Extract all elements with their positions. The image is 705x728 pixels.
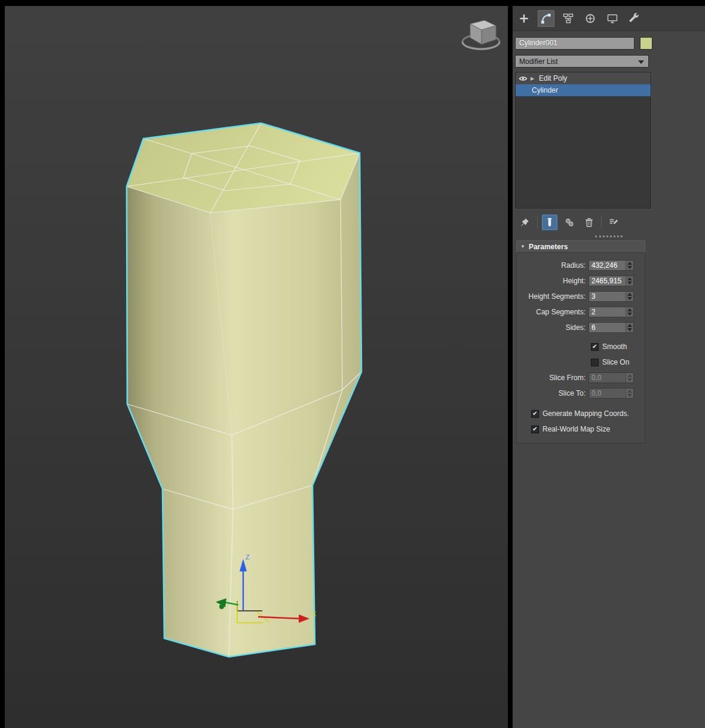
spinner-icon[interactable] [626, 389, 633, 398]
hierarchy-icon [562, 13, 574, 25]
param-label: Slice To: [559, 389, 586, 397]
axis-label-x: X [312, 610, 317, 617]
stack-item-label: Cylinder [532, 86, 558, 94]
param-row-slice-from: Slice From: 0,0 [517, 370, 645, 386]
modifier-stack: ▶ Edit Poly Cylinder [515, 72, 651, 209]
param-row-slice-to: Slice To: 0,0 [517, 386, 645, 401]
slice-on-checkbox[interactable] [591, 359, 599, 366]
field-value: 3 [591, 292, 596, 301]
spinner-icon[interactable] [626, 276, 633, 286]
tab-utilities[interactable] [626, 10, 643, 27]
parameters-rollout-body: Radius: 432,246 Height: 2465,915 Height … [516, 253, 645, 443]
object-name-row: Cylinder001 [515, 37, 703, 50]
field-value: 2 [591, 308, 596, 316]
viewport-canvas[interactable]: Z X [5, 6, 508, 728]
param-label: Height Segments: [529, 292, 586, 301]
param-row-radius: Radius: 432,246 [517, 258, 645, 273]
slice-from-field[interactable]: 0,0 [588, 372, 634, 383]
motion-icon [584, 13, 596, 25]
show-end-result-icon [544, 217, 555, 228]
panel-splitter-handle[interactable] [595, 235, 623, 237]
remove-modifier-button[interactable] [581, 215, 597, 230]
field-value: 432,246 [591, 261, 617, 270]
parameters-rollout-header[interactable]: ▼ Parameters [516, 240, 645, 253]
parameters-rollout: ▼ Parameters Radius: 432,246 Height: 246… [516, 240, 645, 443]
spinner-icon[interactable] [626, 307, 633, 317]
tab-hierarchy[interactable] [560, 10, 577, 27]
command-panel: Cylinder001 Modifier List ▶ Edit Poly Cy… [513, 6, 705, 728]
configure-modifier-sets-button[interactable] [606, 215, 621, 230]
field-value: 0,0 [591, 374, 602, 382]
param-row-cap-segments: Cap Segments: 2 [517, 304, 645, 320]
chevron-down-icon [638, 60, 644, 64]
axis-label-z: Z [246, 553, 250, 561]
param-label: Cap Segments: [536, 308, 586, 316]
tab-display[interactable] [604, 10, 621, 27]
field-value: 2465,915 [591, 277, 621, 285]
object-name-input[interactable]: Cylinder001 [515, 37, 634, 50]
smooth-checkbox[interactable]: ✔ [591, 343, 599, 351]
modify-icon [540, 13, 552, 25]
pin-icon [520, 217, 531, 228]
plus-icon [518, 13, 530, 25]
stack-toolbar [517, 214, 700, 231]
rollout-title: Parameters [529, 243, 568, 251]
modifier-list-dropdown[interactable]: Modifier List [515, 55, 649, 68]
rollout-collapse-icon: ▼ [520, 244, 525, 249]
spinner-icon[interactable] [626, 373, 633, 383]
configure-sets-icon [608, 217, 619, 228]
checkbox-label: Slice On [602, 358, 629, 366]
cap-segments-field[interactable]: 2 [588, 307, 634, 317]
field-value: 0,0 [591, 389, 602, 397]
make-unique-icon [564, 217, 575, 228]
checkbox-label: Generate Mapping Coords. [542, 409, 629, 418]
radius-field[interactable]: 432,246 [588, 260, 634, 271]
param-row-height-segments: Height Segments: 3 [517, 289, 645, 304]
tab-modify[interactable] [538, 10, 554, 27]
expand-arrow-icon[interactable]: ▶ [531, 76, 536, 81]
generate-mapping-checkbox[interactable]: ✔ [531, 410, 539, 418]
display-icon [606, 13, 618, 25]
spinner-icon[interactable] [626, 261, 633, 270]
wrench-icon [629, 13, 640, 25]
generate-mapping-checkbox-row: ✔ Generate Mapping Coords. [517, 406, 645, 421]
tab-motion[interactable] [582, 10, 599, 27]
object-color-swatch[interactable] [640, 37, 652, 50]
tab-create[interactable] [516, 10, 532, 27]
spinner-icon[interactable] [626, 323, 633, 332]
make-unique-button[interactable] [562, 215, 577, 230]
checkbox-label: Real-World Map Size [542, 425, 610, 433]
viewport[interactable]: Z X [5, 6, 508, 728]
real-world-map-checkbox[interactable]: ✔ [531, 426, 539, 433]
divider [537, 216, 538, 228]
scene-object [127, 123, 361, 657]
command-panel-tabbar [513, 6, 705, 31]
slice-on-checkbox-row: Slice On [517, 354, 645, 370]
param-row-sides: Sides: 6 [517, 320, 645, 335]
divider [601, 216, 602, 228]
stack-item-label: Edit Poly [539, 74, 567, 82]
smooth-checkbox-row: ✔ Smooth [517, 339, 645, 354]
modifier-list-label: Modifier List [519, 57, 558, 66]
view-orbit-gizmo[interactable] [462, 20, 499, 49]
slice-to-field[interactable]: 0,0 [588, 388, 634, 399]
param-row-height: Height: 2465,915 [517, 273, 645, 289]
height-segments-field[interactable]: 3 [588, 291, 634, 302]
stack-item-cylinder[interactable]: Cylinder [516, 84, 651, 96]
param-label: Radius: [561, 261, 586, 270]
eye-icon[interactable] [519, 74, 528, 83]
trash-icon [584, 217, 594, 228]
spinner-icon[interactable] [626, 292, 633, 301]
sides-field[interactable]: 6 [588, 322, 634, 333]
pin-stack-button[interactable] [517, 215, 533, 230]
show-end-result-button[interactable] [542, 215, 557, 230]
checkbox-label: Smooth [602, 342, 627, 351]
field-value: 6 [591, 323, 596, 332]
param-label: Height: [563, 277, 586, 285]
param-label: Slice From: [549, 374, 586, 382]
height-field[interactable]: 2465,915 [588, 276, 634, 286]
stack-item-edit-poly[interactable]: ▶ Edit Poly [516, 72, 651, 84]
real-world-map-checkbox-row: ✔ Real-World Map Size [517, 421, 645, 437]
param-label: Sides: [566, 323, 586, 332]
